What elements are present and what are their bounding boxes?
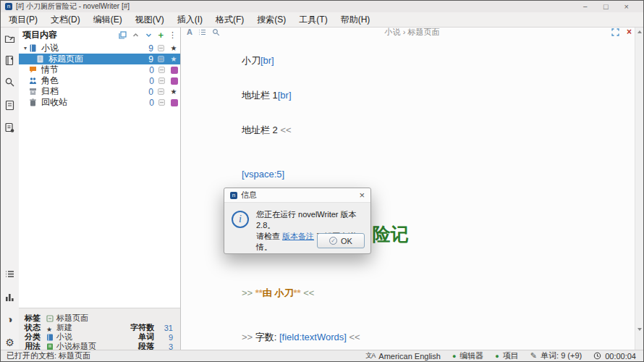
outline-icon[interactable] bbox=[4, 100, 15, 111]
ok-button[interactable]: ✓ OK bbox=[317, 233, 365, 248]
menu-search[interactable]: 搜索(S) bbox=[250, 12, 292, 27]
tree-item-label: 回收站 bbox=[41, 96, 141, 109]
details-list-icon[interactable] bbox=[4, 269, 15, 279]
status-star-icon: ★ bbox=[169, 44, 178, 52]
expand-arrow-icon[interactable]: ▾ bbox=[22, 45, 29, 51]
session-timer[interactable]: 00:00:04 bbox=[593, 352, 636, 361]
window-title: [#] 小刀厕所冒险记 - novelWriter [#] bbox=[16, 1, 130, 12]
editor-status: ● 编辑器 bbox=[452, 350, 483, 361]
stack-icon[interactable] bbox=[119, 31, 127, 39]
release-notes-link[interactable]: 版本备注 bbox=[282, 232, 314, 240]
text-line: >> **由 小刀** << bbox=[221, 276, 622, 311]
editor-header: 小说 › 标题页面 A × bbox=[181, 28, 643, 36]
info-icon: i bbox=[232, 211, 249, 228]
move-up-icon[interactable] bbox=[132, 31, 140, 39]
novel-view-icon[interactable] bbox=[4, 55, 15, 66]
breadcrumb-root[interactable]: 小说 bbox=[385, 28, 401, 36]
text-line: 小刀[br] bbox=[221, 43, 622, 78]
document-icon bbox=[36, 55, 46, 63]
add-item-icon[interactable]: + bbox=[158, 31, 164, 39]
move-down-icon[interactable] bbox=[145, 31, 153, 39]
dialog-close-icon[interactable]: × bbox=[359, 190, 365, 200]
app-logo-icon: n bbox=[230, 192, 237, 199]
panel-menu-icon[interactable]: ⋮ bbox=[169, 31, 177, 39]
chat-bubble-icon bbox=[29, 66, 38, 74]
tree-item-archive[interactable]: 归档 0 ★ bbox=[19, 86, 180, 97]
menu-format[interactable]: 格式(F) bbox=[209, 12, 250, 27]
project-panel-header: 项目内容 + ⋮ bbox=[19, 28, 180, 41]
search-icon[interactable] bbox=[212, 28, 220, 36]
active-checkbox-icon[interactable] bbox=[158, 99, 165, 106]
writing-stats-icon[interactable] bbox=[4, 292, 15, 303]
layout-icon bbox=[46, 343, 56, 350]
word-count: 0 bbox=[140, 87, 153, 97]
project-tree: ▾ 小说 9 ★ 标题页面 9 ★ 情节 bbox=[19, 41, 180, 308]
breadcrumb-doc[interactable]: 标题页面 bbox=[407, 28, 439, 36]
menu-help[interactable]: 帮助(H) bbox=[334, 12, 377, 27]
settings-icon[interactable]: ⚙ bbox=[4, 337, 15, 348]
check-icon: ✓ bbox=[329, 237, 337, 245]
theme-toggle-icon[interactable]: ◑ bbox=[4, 314, 15, 325]
text-line: [vspace:5] bbox=[221, 157, 622, 192]
title-bar: n [#] 小刀厕所冒险记 - novelWriter [#] − □ × bbox=[1, 1, 643, 12]
fullscreen-icon[interactable] bbox=[611, 28, 619, 36]
close-button[interactable]: × bbox=[624, 1, 629, 12]
importance-flag-icon bbox=[171, 67, 178, 74]
app-logo-icon: n bbox=[5, 3, 12, 10]
editor-scrollbar[interactable] bbox=[635, 28, 643, 350]
status-star-icon: ★ bbox=[46, 324, 56, 332]
item-details-panel: 标签 标题页面 状态 ★ 新建 分类 小说 用法 小说标题页 bbox=[19, 308, 180, 350]
status-bar: 已打开的文档: 标题页面 文A American English ● 编辑器 ●… bbox=[1, 350, 643, 361]
word-count: 0 bbox=[141, 76, 154, 86]
stat-value: 9 bbox=[154, 333, 173, 342]
stat-value: 31 bbox=[154, 324, 173, 332]
importance-flag-icon bbox=[171, 77, 178, 85]
typography-icon[interactable]: A bbox=[187, 28, 192, 36]
active-checkbox-icon[interactable] bbox=[158, 56, 164, 62]
menu-project[interactable]: 项目(P) bbox=[2, 12, 44, 27]
word-count: 0 bbox=[141, 65, 154, 75]
close-document-icon[interactable]: × bbox=[627, 28, 632, 36]
status-dot-icon: ● bbox=[452, 353, 456, 360]
breadcrumb-sep-icon: › bbox=[403, 28, 406, 36]
maximize-button[interactable]: □ bbox=[603, 1, 609, 12]
dialog-title-bar: n 信息 × bbox=[224, 188, 370, 203]
breadcrumb: 小说 › 标题页面 bbox=[181, 27, 643, 38]
tree-item-characters[interactable]: 角色 0 bbox=[19, 75, 180, 86]
active-checkbox-icon[interactable] bbox=[158, 45, 164, 51]
importance-flag-icon bbox=[171, 99, 178, 106]
tree-item-plot[interactable]: 情节 0 bbox=[19, 64, 180, 75]
scroll-up-icon[interactable] bbox=[637, 30, 642, 33]
menu-edit[interactable]: 编辑(E) bbox=[87, 12, 129, 27]
menu-insert[interactable]: 插入(I) bbox=[171, 12, 209, 27]
book-icon bbox=[29, 44, 38, 52]
menu-tools[interactable]: 工具(T) bbox=[292, 12, 334, 27]
scroll-down-icon[interactable] bbox=[637, 328, 642, 331]
menu-view[interactable]: 视图(V) bbox=[129, 12, 171, 27]
active-checkbox-icon[interactable] bbox=[158, 67, 165, 73]
search-icon[interactable] bbox=[4, 77, 15, 88]
tree-item-novel[interactable]: ▾ 小说 9 ★ bbox=[19, 43, 180, 54]
build-manuscript-icon[interactable] bbox=[4, 122, 15, 133]
info-dialog: n 信息 × i 您正在运行 novelWriter 版本 2.8。 请检查 版… bbox=[224, 188, 371, 254]
people-icon bbox=[29, 77, 38, 85]
active-checkbox-icon[interactable] bbox=[158, 88, 164, 95]
word-count: 9 bbox=[140, 43, 153, 54]
project-tree-icon[interactable] bbox=[4, 33, 15, 44]
minimize-button[interactable]: − bbox=[582, 1, 587, 12]
book-icon bbox=[46, 334, 56, 341]
project-status: ● 项目 bbox=[495, 350, 518, 361]
session-words: ✎ 单词: 9 (+9) bbox=[530, 350, 582, 361]
tree-item-title-page[interactable]: 标题页面 9 ★ bbox=[19, 54, 180, 64]
sidebar-icon-rail: ◑ ⚙ bbox=[1, 28, 19, 350]
text-line: 地址栏 2 << bbox=[221, 113, 622, 148]
spell-language[interactable]: 文A American English bbox=[365, 351, 441, 361]
outline-menu-icon[interactable] bbox=[198, 28, 206, 36]
text-line: 地址栏 1[br] bbox=[221, 78, 622, 113]
tag-icon bbox=[46, 315, 56, 322]
dialog-title: 信息 bbox=[241, 190, 257, 201]
active-checkbox-icon[interactable] bbox=[158, 77, 165, 84]
menu-document[interactable]: 文档(D) bbox=[44, 12, 87, 27]
tree-item-trash[interactable]: 回收站 0 bbox=[19, 97, 180, 108]
archive-box-icon bbox=[29, 88, 38, 96]
